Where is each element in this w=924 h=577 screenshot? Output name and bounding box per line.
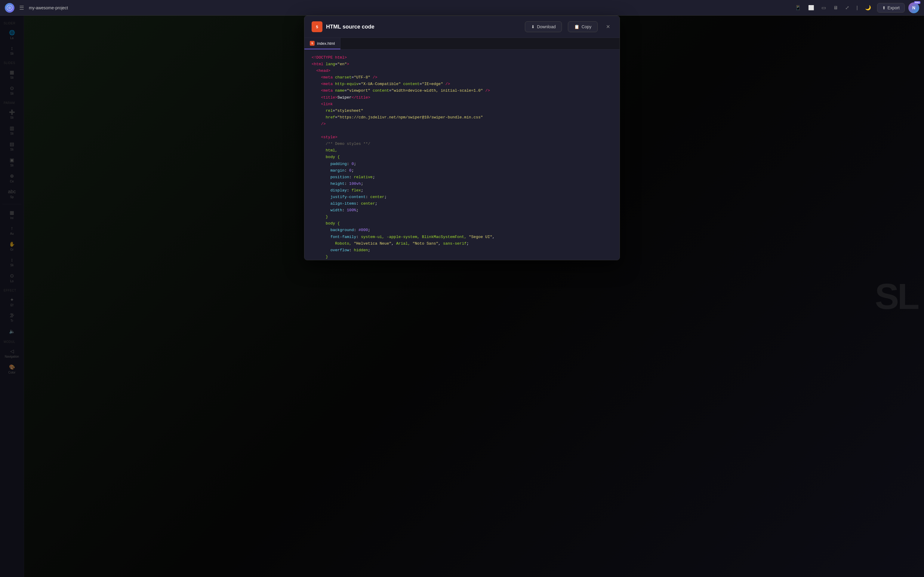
modal-overlay: 5 HTML source code ⬇ Download 📋 Copy × 5…: [0, 16, 924, 577]
code-line: background: #000;: [312, 227, 612, 234]
code-line: Roboto, "Helvetica Neue", Arial, "Noto S…: [312, 240, 612, 247]
code-line: <title>Swiper</title>: [312, 94, 612, 101]
code-line: font-family: system-ui, -apple-system, B…: [312, 234, 612, 240]
code-line: <meta name="viewport" content="width=dev…: [312, 87, 612, 94]
main-layout: SLIDER 🌐 La ↕ Sli SLIDES ▦ Sli ⊙ Sli PAR…: [0, 16, 924, 577]
code-line: <meta charset="UTF-8" />: [312, 74, 612, 81]
code-line: overflow: hidden;: [312, 247, 612, 254]
topbar-right: ⬆ Export N PRO: [877, 2, 919, 13]
copy-label: Copy: [582, 24, 591, 29]
code-line: />: [312, 121, 612, 127]
code-line: justify-content: center;: [312, 194, 612, 200]
separator-button: |: [854, 3, 860, 12]
code-line: href="https://cdn.jsdelivr.net/npm/swipe…: [312, 114, 612, 121]
darkmode-toggle[interactable]: 🌙: [863, 3, 874, 12]
sidebar-toggle-icon[interactable]: ☰: [18, 3, 25, 12]
modal-title: HTML source code: [326, 24, 521, 30]
code-line: display: flex;: [312, 187, 612, 194]
code-line: <!DOCTYPE html>: [312, 55, 612, 61]
code-container[interactable]: <!DOCTYPE html> <html lang="en"> <head> …: [304, 50, 620, 260]
code-line: align-items: center;: [312, 200, 612, 207]
topbar: ☰ my-awesome-project 📱 ⬜ ▭ 🖥 ⤢ | 🌙 ⬆ Exp…: [0, 0, 924, 16]
project-name: my-awesome-project: [29, 5, 789, 10]
code-line: <html lang="en">: [312, 61, 612, 68]
file-tab-index-html[interactable]: 5 index.html: [304, 38, 341, 49]
topbar-device-icons: 📱 ⬜ ▭ 🖥 ⤢ | 🌙: [793, 3, 873, 12]
download-button[interactable]: ⬇ Download: [525, 21, 562, 32]
download-label: Download: [537, 24, 556, 29]
file-html-icon: 5: [310, 41, 315, 46]
app-logo: [5, 3, 15, 13]
file-tabs: 5 index.html: [304, 38, 620, 50]
download-icon: ⬇: [531, 24, 535, 29]
code-line: body {: [312, 220, 612, 227]
code-line: body {: [312, 154, 612, 161]
code-line: <style>: [312, 134, 612, 141]
html-source-modal: 5 HTML source code ⬇ Download 📋 Copy × 5…: [304, 16, 620, 260]
code-line: <meta http-equiv="X-UA-Compatible" conte…: [312, 81, 612, 87]
svg-point-1: [8, 6, 11, 9]
code-line: position: relative;: [312, 174, 612, 181]
desktop-view-button[interactable]: 🖥: [831, 3, 840, 12]
share-icon: ⬆: [882, 5, 886, 10]
fullscreen-button[interactable]: ⤢: [843, 3, 851, 12]
code-line: height: 100vh;: [312, 181, 612, 187]
pro-badge: PRO: [914, 1, 921, 4]
export-button[interactable]: ⬆ Export: [877, 3, 905, 13]
code-line: html,: [312, 147, 612, 154]
code-line: <link: [312, 101, 612, 108]
tablet-landscape-button[interactable]: ▭: [819, 3, 828, 12]
code-line: }: [312, 254, 612, 260]
code-line: margin: 0;: [312, 168, 612, 174]
code-line: /** Demo styles **/: [312, 141, 612, 147]
html5-icon: 5: [312, 21, 322, 32]
modal-header: 5 HTML source code ⬇ Download 📋 Copy ×: [304, 16, 620, 38]
code-line: <head>: [312, 68, 612, 74]
code-line: rel="stylesheet": [312, 108, 612, 114]
copy-button[interactable]: 📋 Copy: [568, 21, 598, 32]
copy-icon: 📋: [574, 24, 579, 29]
code-line: padding: 0;: [312, 161, 612, 168]
mobile-view-button[interactable]: 📱: [793, 3, 803, 12]
code-line: width: 100%;: [312, 207, 612, 214]
tablet-view-button[interactable]: ⬜: [806, 3, 817, 12]
avatar[interactable]: N PRO: [908, 2, 919, 13]
code-line: }: [312, 214, 612, 220]
close-button[interactable]: ×: [604, 22, 612, 32]
code-line: [312, 127, 612, 134]
